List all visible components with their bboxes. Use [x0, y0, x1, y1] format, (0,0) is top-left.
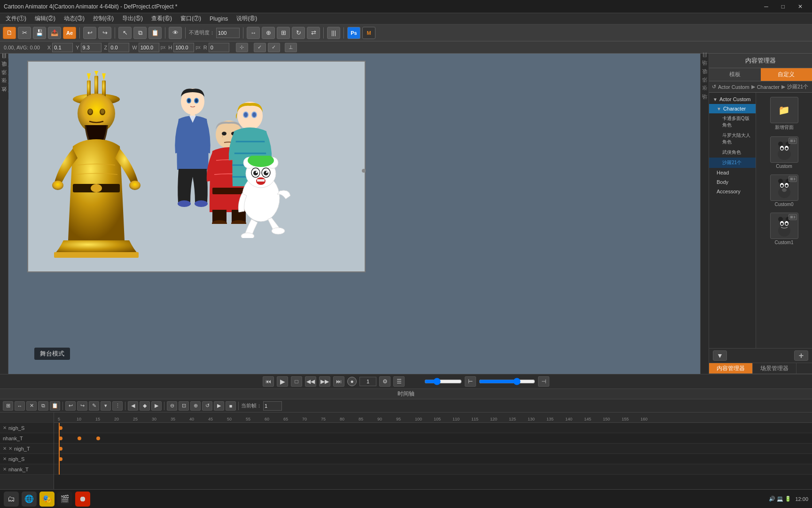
menu-export[interactable]: 导出(⑤) [118, 14, 147, 24]
taskbar-yellow-icon[interactable]: 🎭 [39, 492, 55, 507]
cm-item-new-back[interactable]: 📁 新增背面 [759, 95, 809, 132]
pb-record-btn[interactable]: ☰ [393, 376, 405, 387]
h-input[interactable] [173, 43, 194, 52]
tl-zoom-out-btn[interactable]: ⊖ [167, 401, 177, 411]
flip-btn[interactable]: ⇄ [307, 27, 320, 39]
maximize-btn[interactable]: □ [781, 3, 785, 10]
pb-next-key-btn[interactable]: ⏭ [333, 376, 344, 387]
tl-key-right-btn[interactable]: ▶ [151, 401, 162, 411]
left-tab-5[interactable]: 效 [0, 92, 9, 100]
tl-extra-btn[interactable]: ⋮ [112, 401, 123, 411]
taskbar-browser-icon[interactable]: 🌐 [22, 492, 37, 507]
tl-track-nhank-t-2[interactable] [54, 464, 812, 475]
tl-key-left-btn[interactable]: ◀ [128, 401, 138, 411]
cm-bottom-tab-content[interactable]: 内容管理器 [709, 363, 753, 373]
tl-play-tl-btn[interactable]: ▶ [214, 401, 224, 411]
taskbar-record-icon[interactable]: ⏺ [75, 492, 90, 507]
cm-item-custom0[interactable]: ⊞3 [759, 173, 809, 208]
breadcrumb-sharo[interactable]: 沙羅21个 [787, 83, 808, 90]
onion-btn[interactable]: ||| [327, 27, 340, 39]
tree-accessory[interactable]: Accessory [709, 187, 756, 196]
tl-keyframe-4a[interactable] [59, 457, 62, 461]
tl-undo-btn[interactable]: ↩ [65, 401, 76, 411]
close-btn[interactable]: ✕ [798, 3, 803, 10]
y-input[interactable] [81, 43, 102, 52]
minimize-btn[interactable]: ─ [764, 3, 768, 10]
check-v1-btn[interactable]: ✓ [254, 43, 266, 52]
tl-stop-tl-btn[interactable]: ■ [226, 401, 236, 411]
tl-zoom-in-btn[interactable]: ⊕ [190, 401, 201, 411]
tree-character[interactable]: ▼ Character [709, 104, 756, 113]
w-input[interactable] [139, 43, 159, 52]
tree-body[interactable]: Body [709, 177, 756, 187]
save-btn[interactable]: 💾 [33, 27, 46, 39]
opacity-input[interactable] [216, 28, 240, 38]
scissors-btn[interactable]: ✂ [18, 27, 31, 39]
pb-frame-input[interactable] [359, 377, 376, 386]
check-v2-btn[interactable]: ✓ [268, 43, 280, 52]
cm-thumb-new-back[interactable]: 📁 [770, 97, 798, 123]
menu-animation[interactable]: 动态(③) [60, 14, 88, 24]
tree-sharo[interactable]: 沙羅21个 [709, 158, 756, 168]
tl-redo-btn[interactable]: ↪ [77, 401, 87, 411]
z-input[interactable] [109, 43, 129, 52]
tl-close-nhank-t-2[interactable]: ✕ [3, 467, 7, 472]
pb-step-fwd-btn[interactable]: ▶▶ [319, 376, 330, 387]
pb-zoom-slider[interactable] [424, 378, 462, 385]
tl-fit-btn[interactable]: ⊡ [179, 401, 189, 411]
pb-loop-start-btn[interactable]: ⊢ [465, 376, 476, 387]
tl-keyframe-3a[interactable] [59, 447, 62, 451]
left-tab-4[interactable]: 张 [0, 84, 9, 91]
pb-playrange-slider[interactable] [479, 378, 535, 385]
cm-thumb-custom[interactable]: ⊞3 [770, 136, 798, 163]
paste-btn[interactable]: 📋 [148, 27, 162, 39]
breadcrumb-actor[interactable]: Actor Custom [718, 84, 750, 90]
breadcrumb-back-btn[interactable]: ↺ [712, 84, 716, 90]
pb-loop-end-btn[interactable]: ⊣ [538, 376, 549, 387]
ps-btn[interactable]: Ps [347, 27, 360, 39]
tl-add-track-btn[interactable]: ⊞ [3, 401, 13, 411]
right-tab-2[interactable]: 场 [700, 66, 710, 73]
menu-view[interactable]: 查看(⑥) [148, 14, 176, 24]
right-tab-6[interactable]: 场 [700, 100, 710, 107]
right-tab-3[interactable]: 吸 [700, 74, 710, 82]
tl-track-nigh-s-2[interactable] [54, 454, 812, 464]
menu-control[interactable]: 控制(④) [89, 14, 117, 24]
cm-add-btn[interactable]: + [794, 350, 808, 361]
export-btn[interactable]: 📤 [48, 27, 61, 39]
tl-track-nigh-s-1[interactable] [54, 423, 812, 433]
tl-close-nigh-s-2[interactable]: ✕ [3, 456, 7, 461]
tl-keyframe-1a[interactable] [59, 426, 62, 430]
menu-window[interactable]: 窗口(⑦) [177, 14, 205, 24]
tl-track-nhank-t-1[interactable] [54, 433, 812, 444]
right-tab-1[interactable]: 目 [700, 57, 710, 65]
cm-tab-custom[interactable]: 自定义 [761, 68, 812, 81]
tl-copy-btn[interactable]: ⧉ [38, 401, 48, 411]
tl-edit-btn[interactable]: ✎ [89, 401, 99, 411]
new-project-btn[interactable]: 🗋 [3, 27, 16, 39]
tl-paste-btn[interactable]: 📋 [50, 401, 60, 411]
r-input[interactable] [209, 43, 229, 52]
cm-thumb-custom1[interactable]: ⊞3 [770, 213, 798, 239]
tl-key-add-btn[interactable]: ◆ [140, 401, 150, 411]
rotate-btn[interactable]: ↻ [292, 27, 305, 39]
menu-plugins[interactable]: Plugins [206, 15, 232, 23]
undo-btn[interactable]: ↩ [83, 27, 96, 39]
left-tab-3[interactable]: 添 [0, 75, 9, 83]
select-btn[interactable]: ↖ [118, 27, 132, 39]
anchor-mode-btn[interactable]: ⊹ [236, 43, 248, 52]
menu-edit[interactable]: 编辑(②) [31, 14, 59, 24]
left-tab-1[interactable]: 目 [0, 58, 9, 66]
menu-file[interactable]: 文件(①) [2, 14, 30, 24]
canvas-container[interactable]: 舞台模式 [8, 54, 700, 374]
stage-handle[interactable] [362, 169, 366, 173]
pb-settings-btn[interactable]: ⚙ [379, 376, 390, 387]
cm-thumb-custom0[interactable]: ⊞3 [770, 175, 798, 201]
cm-tab-template[interactable]: 模板 [709, 68, 761, 81]
tree-head[interactable]: Head [709, 168, 756, 177]
pb-play-btn[interactable]: ▶ [277, 376, 288, 387]
tree-douluodalu[interactable]: 斗罗大陆大人角色 [709, 130, 756, 147]
copy-btn[interactable]: ⧉ [133, 27, 147, 39]
tl-close-nigh-t-1[interactable]: ✕ [3, 446, 7, 451]
taskbar-app-icon[interactable]: 🎬 [57, 492, 72, 507]
